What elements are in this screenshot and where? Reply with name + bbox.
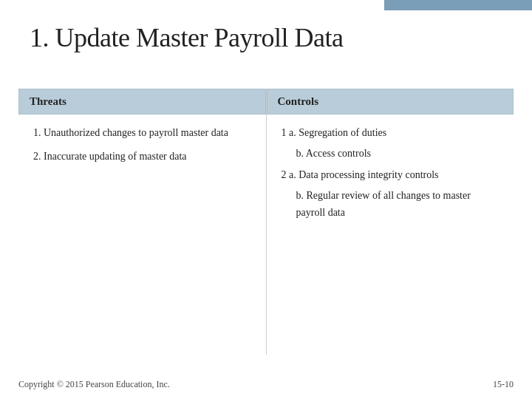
copyright-text: Copyright © 2015 Pearson Education, Inc. <box>18 379 170 390</box>
control-entry-2a: 2 a. Data processing integrity controls <box>282 167 499 183</box>
threats-body: Unauthorized changes to payroll master d… <box>18 115 266 182</box>
threats-column: Threats Unauthorized changes to payroll … <box>18 89 267 355</box>
controls-column: Controls 1 a. Segregation of duties b. A… <box>267 89 514 355</box>
controls-header: Controls <box>267 89 514 115</box>
threats-header: Threats <box>18 89 266 115</box>
footer: Copyright © 2015 Pearson Education, Inc.… <box>18 379 514 390</box>
controls-body: 1 a. Segregation of duties b. Access con… <box>267 115 514 236</box>
threat-item-2: Inaccurate updating of master data <box>44 149 256 165</box>
control-entry-1a: 1 a. Segregation of duties <box>282 125 499 141</box>
page-title: 1. Update Master Payroll Data <box>30 22 343 53</box>
top-bar-decoration <box>384 0 532 10</box>
control-entry-2b: b. Regular review of all changes to mast… <box>282 188 499 221</box>
control-entry-1b: b. Access controls <box>282 146 499 162</box>
threat-item-1: Unauthorized changes to payroll master d… <box>44 125 256 141</box>
content-area: Threats Unauthorized changes to payroll … <box>18 89 514 355</box>
page-number: 15-10 <box>493 379 514 390</box>
